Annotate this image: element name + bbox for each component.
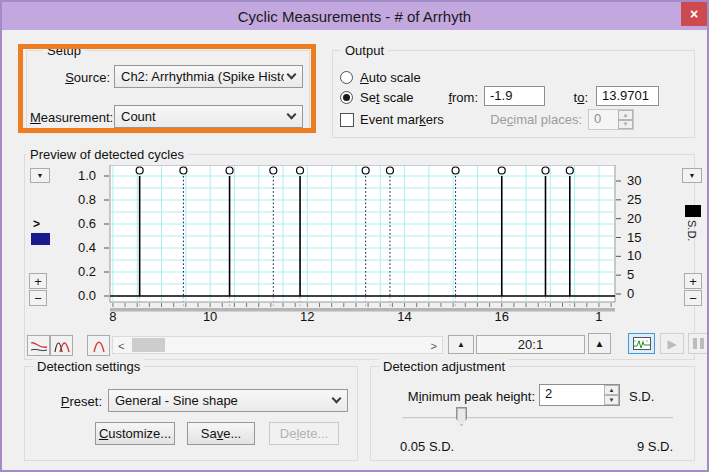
close-icon: × <box>690 6 698 22</box>
from-input[interactable]: -1.9 <box>484 86 545 106</box>
titlebar[interactable]: Cyclic Measurements - # of Arrhyth <box>2 2 707 30</box>
preset-label: Preset: <box>54 394 102 409</box>
spinner-down-icon: ▼ <box>618 120 633 130</box>
event-markers-label[interactable]: Event markers <box>360 112 444 127</box>
spinner-arrows[interactable]: ▲▼ <box>604 385 619 405</box>
x-tick-label: 14 <box>390 309 420 324</box>
spinner-down-icon[interactable]: ▼ <box>604 395 619 405</box>
plus-icon: + <box>689 274 697 289</box>
window-title: Cyclic Measurements - # of Arrhyth <box>238 8 471 25</box>
close-button[interactable]: × <box>681 2 707 26</box>
auto-scale-radio[interactable] <box>340 71 353 84</box>
left-scale-dropdown-button[interactable]: ▼ <box>30 168 50 183</box>
y-right-tick-label: 20 <box>627 211 657 226</box>
scroll-left-icon[interactable]: < <box>118 338 124 354</box>
x-tick-label: 10 <box>195 309 225 324</box>
left-zoom-in-button[interactable]: + <box>29 273 47 289</box>
cyclic-measurements-dialog: Cyclic Measurements - # of Arrhyth × Set… <box>0 0 709 472</box>
minus-icon: − <box>689 291 697 306</box>
spinner-up-icon[interactable]: ▲ <box>604 385 619 395</box>
cycle-event-marker <box>226 167 233 174</box>
scope-trace-icon <box>633 337 651 350</box>
declining-wave-icon <box>30 339 48 353</box>
cycles-plot[interactable] <box>100 165 625 325</box>
pause-button <box>688 333 708 354</box>
x-tick-label: 12 <box>292 309 322 324</box>
decimal-places-label: Decimal places: <box>482 112 582 127</box>
zoom-ratio-value: 20:1 <box>518 337 543 352</box>
cycle-event-marker <box>566 167 573 174</box>
minus-icon: − <box>34 291 42 306</box>
decimal-places-spinner: 0 ▲▼ <box>588 109 634 130</box>
sd-color-swatch <box>685 205 701 217</box>
y-left-tick-label: 0.6 <box>60 216 96 231</box>
cycle-event-marker <box>542 167 549 174</box>
right-zoom-out-button[interactable]: − <box>684 290 702 306</box>
triangle-up-icon: ▲ <box>595 338 605 349</box>
scrollbar-thumb[interactable] <box>132 338 165 352</box>
triangle-up-icon: ▲ <box>457 340 465 349</box>
time-scrollbar[interactable]: < > <box>112 336 443 354</box>
event-markers-checkbox[interactable] <box>340 113 354 127</box>
sd-unit-label: S.D. <box>629 389 654 404</box>
cycle-event-marker <box>180 167 187 174</box>
preset-combobox[interactable]: General - Sine shape <box>108 389 348 412</box>
cycle-event-marker <box>297 167 304 174</box>
triangle-down-icon: ▼ <box>37 172 44 179</box>
triangle-down-icon: ▼ <box>689 172 696 179</box>
preset-value: General - Sine shape <box>115 393 329 408</box>
to-label: to: <box>562 90 588 105</box>
detection-settings-label: Detection settings <box>33 359 144 374</box>
x-tick-label: 16 <box>487 309 517 324</box>
left-zoom-out-button[interactable]: − <box>29 290 47 306</box>
decimal-places-value: 0 <box>589 110 618 129</box>
cycle-event-marker <box>136 167 143 174</box>
detection-settings-group: Detection settings <box>24 366 358 461</box>
detection-adjustment-label: Detection adjustment <box>379 359 509 374</box>
setup-highlight-annotation <box>18 44 316 133</box>
from-label: from: <box>438 90 478 105</box>
y-left-tick-label: 0.8 <box>60 192 96 207</box>
y-right-tick-label: 15 <box>627 230 657 245</box>
y-left-tick-label: 0.2 <box>60 264 96 279</box>
wave-raw-view-button[interactable] <box>27 335 50 356</box>
right-scale-dropdown-button[interactable]: ▼ <box>682 168 702 183</box>
peak-height-slider-track[interactable] <box>402 417 673 419</box>
play-button: ▶ <box>660 333 684 354</box>
y-right-tick-label: 10 <box>627 248 657 263</box>
min-peak-height-spinner[interactable]: 2 ▲▼ <box>539 384 620 406</box>
zoom-ratio-display[interactable]: 20:1 <box>476 335 585 354</box>
y-left-tick-label: 0.0 <box>60 288 96 303</box>
cycle-event-marker <box>452 167 459 174</box>
chevron-down-icon <box>332 394 342 404</box>
wave-cycles-view-button[interactable] <box>50 335 73 356</box>
set-scale-label[interactable]: Set scale <box>360 90 414 105</box>
y-left-tick-label: 0.4 <box>60 240 96 255</box>
scroll-right-icon[interactable]: > <box>431 338 437 354</box>
cycle-event-marker <box>498 167 505 174</box>
set-scale-radio[interactable] <box>340 91 353 104</box>
y-right-tick-label: 25 <box>627 192 657 207</box>
play-icon: ▶ <box>667 337 676 351</box>
y-left-tick-label: 1.0 <box>60 168 96 183</box>
compress-scale-button[interactable]: ▲ <box>448 335 474 354</box>
cycle-event-marker <box>386 167 393 174</box>
min-peak-height-label: Minimum peak height: <box>385 389 535 404</box>
single-peak-icon <box>90 339 108 353</box>
customize-button[interactable]: Customize... <box>95 422 175 445</box>
y-right-tick-label: 5 <box>627 267 657 282</box>
sd-axis-label: S.D. <box>686 220 698 241</box>
slider-max-label: 9 S.D. <box>602 439 673 454</box>
wave-average-view-button[interactable] <box>87 335 110 356</box>
channel-marker: > <box>33 217 40 231</box>
double-peak-icon <box>53 339 71 353</box>
auto-scale-label[interactable]: Auto scale <box>360 70 421 85</box>
scope-view-button[interactable] <box>628 333 655 354</box>
save-button[interactable]: Save... <box>187 422 255 445</box>
right-zoom-in-button[interactable]: + <box>684 273 702 289</box>
min-peak-height-value[interactable]: 2 <box>540 385 604 405</box>
x-tick-label: 8 <box>98 309 128 324</box>
expand-scale-button[interactable]: ▲ <box>588 333 611 354</box>
to-input[interactable]: 13.9701 <box>596 86 659 106</box>
spinner-arrows: ▲▼ <box>618 110 633 129</box>
